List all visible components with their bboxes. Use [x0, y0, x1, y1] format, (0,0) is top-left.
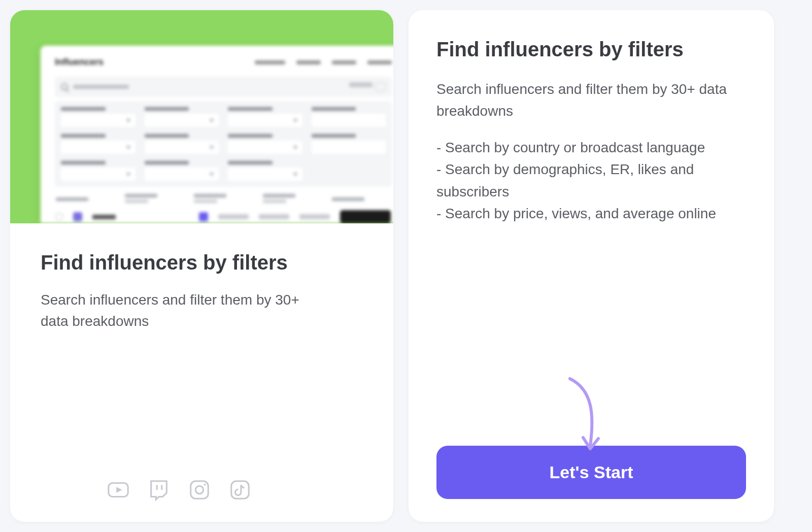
instagram-icon	[188, 478, 211, 502]
card-right-intro: Search influencers and filter them by 30…	[436, 78, 746, 122]
preview-window-title: Influencers	[55, 57, 104, 68]
svg-rect-3	[191, 481, 209, 499]
youtube-icon	[107, 478, 130, 502]
platform-icons-row	[41, 478, 363, 502]
feature-card-right: Find influencers by filters Search influ…	[409, 10, 774, 522]
svg-point-4	[195, 486, 203, 493]
svg-rect-6	[231, 481, 249, 499]
preview-search-bar	[55, 77, 392, 97]
feature-bullet: - Search by price, views, and average on…	[436, 203, 746, 224]
svg-point-5	[204, 484, 206, 486]
card-left-title: Find influencers by filters	[41, 251, 363, 274]
card-left-subtitle: Search influencers and filter them by 30…	[41, 289, 325, 332]
preview-window: Influencers	[41, 46, 393, 223]
arrow-down-icon	[555, 375, 616, 456]
feature-card-left: Influencers	[10, 10, 393, 522]
preview-hero: Influencers	[10, 10, 393, 223]
feature-bullet: - Search by demographics, ER, likes and …	[436, 158, 746, 203]
feature-bullet: - Search by country or broadcast languag…	[436, 137, 746, 158]
tiktok-icon	[228, 478, 252, 502]
preview-filter-panel	[55, 101, 392, 187]
search-icon	[61, 83, 68, 90]
card-right-title: Find influencers by filters	[436, 38, 746, 61]
feature-bullets: - Search by country or broadcast languag…	[436, 137, 746, 225]
twitch-icon	[147, 478, 171, 502]
